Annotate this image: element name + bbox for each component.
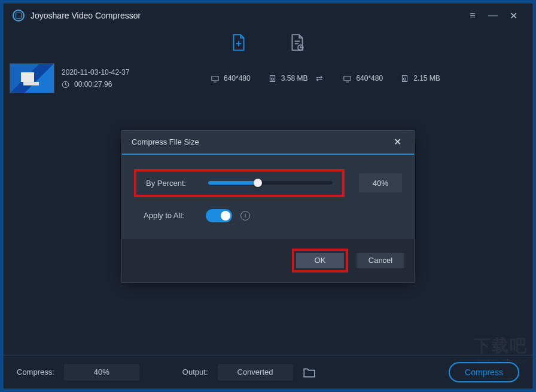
top-toolbar: [4, 27, 532, 57]
cancel-button[interactable]: Cancel: [357, 253, 404, 268]
info-icon[interactable]: i: [240, 211, 250, 220]
add-file-icon[interactable]: [230, 34, 247, 51]
apply-all-label: Apply to All:: [144, 211, 197, 220]
content-area: 2020-11-03-10-42-37 00:00:27.96 640*480 …: [4, 57, 532, 355]
percent-highlight: By Percent:: [134, 169, 345, 197]
compress-value-field[interactable]: 40%: [64, 364, 139, 381]
ok-button[interactable]: OK: [296, 253, 344, 268]
slider-thumb[interactable]: [254, 179, 262, 187]
compress-button[interactable]: Compress: [449, 362, 519, 382]
dialog-overlay: Compress File Size ✕ By Percent: 4: [4, 57, 532, 355]
menu-button[interactable]: ≡: [462, 6, 483, 25]
titlebar: Joyoshare Video Compressor ≡ — ✕: [4, 4, 532, 27]
dialog-close-icon[interactable]: ✕: [390, 135, 404, 149]
percent-slider[interactable]: [208, 181, 333, 185]
output-value-field[interactable]: Converted: [218, 364, 293, 381]
ok-highlight: OK: [292, 249, 348, 272]
open-folder-icon[interactable]: [303, 366, 316, 379]
output-label: Output:: [182, 368, 208, 376]
app-title: Joyoshare Video Compressor: [31, 11, 141, 20]
app-logo-icon: [13, 10, 25, 22]
dialog-title: Compress File Size: [132, 137, 199, 146]
dialog-footer: OK Cancel: [122, 239, 414, 282]
minimize-button[interactable]: —: [483, 6, 503, 25]
compress-dialog: Compress File Size ✕ By Percent: 4: [121, 130, 415, 283]
app-window: Joyoshare Video Compressor ≡ — ✕ 2020-11…: [3, 3, 533, 389]
apply-all-toggle[interactable]: [206, 209, 232, 222]
percent-label: By Percent:: [146, 179, 200, 188]
compress-label: Compress:: [17, 368, 54, 376]
task-list-icon[interactable]: [289, 34, 306, 51]
dialog-header: Compress File Size ✕: [122, 131, 414, 155]
close-button[interactable]: ✕: [503, 6, 523, 25]
bottom-bar: Compress: 40% Output: Converted Compress: [4, 355, 532, 388]
percent-value[interactable]: 40%: [359, 173, 402, 192]
